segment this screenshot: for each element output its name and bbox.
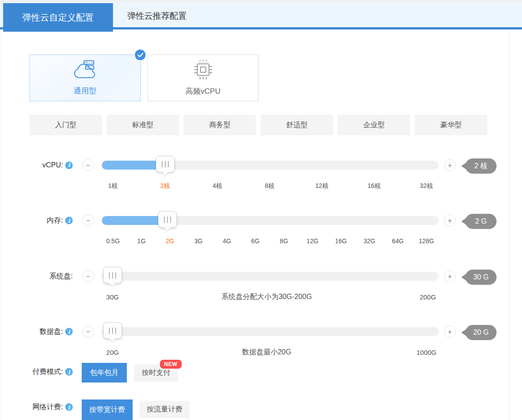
memory-slider-thumb[interactable] — [158, 211, 177, 228]
network-billing-label: 网络计费: i — [0, 403, 73, 412]
info-icon[interactable]: i — [65, 403, 73, 411]
slider-tick[interactable]: 64G — [392, 237, 404, 245]
vcpu-slider-track[interactable] — [102, 161, 438, 170]
slider-tick[interactable]: 8G — [280, 237, 288, 245]
info-icon[interactable]: i — [65, 162, 73, 169]
memory-label-text: 内存: — [47, 216, 63, 225]
payment-mode-label-text: 付费模式: — [33, 367, 63, 377]
vcpu-tick-labels: 1核2核4核8核12核16核32核 — [102, 182, 438, 191]
network-billing-label-text: 网络计费: — [33, 403, 63, 412]
slider-tick[interactable]: 32G — [363, 237, 375, 245]
sysdisk-label-text: 系统盘: — [50, 272, 73, 281]
slider-tick[interactable]: 4G — [223, 237, 231, 245]
memory-minus-button[interactable]: − — [82, 215, 94, 227]
slider-tick[interactable]: 3G — [194, 237, 203, 245]
memory-slider-track[interactable] — [102, 216, 438, 225]
datadisk-hint-text: 数据盘最小20G — [242, 348, 291, 357]
memory-plus-button[interactable]: + — [444, 215, 456, 227]
payment-mode-label: 付费模式: i — [0, 367, 73, 377]
vcpu-label-text: vCPU: — [42, 161, 63, 169]
vcpu-slider-thumb[interactable] — [156, 156, 175, 172]
tier-button-business[interactable]: 商务型 — [184, 115, 256, 135]
slider-tick[interactable]: 16核 — [367, 182, 381, 190]
sysdisk-slider-thumb[interactable] — [103, 267, 122, 283]
sysdisk-plus-button[interactable]: + — [444, 270, 456, 283]
vcpu-value-badge: 2 核 — [465, 158, 497, 174]
sysdisk-slider-track[interactable] — [102, 272, 438, 281]
memory-value-badge: 2 G — [465, 214, 497, 229]
sysdisk-max-label: 200G — [420, 293, 436, 301]
tier-button-enterprise[interactable]: 企业型 — [338, 115, 410, 135]
payment-option-prepaid[interactable]: 包年包月 — [82, 363, 127, 383]
slider-tick[interactable]: 12G — [306, 237, 318, 245]
datadisk-value-badge: 20 G — [465, 325, 497, 340]
network-option-bandwidth[interactable]: 按带宽计费 — [82, 399, 133, 420]
datadisk-plus-button[interactable]: + — [444, 326, 456, 338]
datadisk-min-label: 20G — [106, 349, 119, 356]
cloud-server-icon — [73, 60, 98, 82]
tier-button-entry[interactable]: 入门型 — [29, 115, 102, 135]
slider-tick[interactable]: 6G — [251, 237, 260, 245]
check-icon — [135, 50, 146, 60]
card-label: 通用型 — [74, 86, 96, 96]
slider-tick[interactable]: 1核 — [108, 182, 118, 190]
elastic-cloud-config-page: 弹性云自定义配置 弹性云推荐配置 通用型 — [0, 0, 522, 420]
slider-tick[interactable]: 8核 — [265, 182, 275, 190]
tier-button-standard[interactable]: 标准型 — [107, 115, 179, 135]
slider-tick[interactable]: 12核 — [315, 182, 329, 190]
tab-bar: 弹性云自定义配置 弹性云推荐配置 — [0, 2, 522, 29]
datadisk-minus-button[interactable]: − — [82, 326, 94, 338]
new-badge: NEW — [159, 359, 183, 370]
slider-tick[interactable]: 1G — [137, 237, 146, 245]
vcpu-minus-button[interactable]: − — [82, 159, 94, 171]
tab-recommended-config[interactable]: 弹性云推荐配置 — [127, 2, 187, 29]
sysdisk-min-label: 30G — [106, 293, 119, 301]
tab-custom-config[interactable]: 弹性云自定义配置 — [3, 3, 113, 32]
info-icon[interactable]: i — [65, 368, 73, 376]
card-high-freq-vcpu[interactable]: 高频vCPU — [147, 54, 259, 101]
payment-option-hourly[interactable]: 按时支付 NEW — [134, 364, 178, 382]
content-right-border — [509, 32, 509, 420]
slider-tick[interactable]: 0.5G — [106, 237, 120, 245]
slider-tick[interactable]: 32核 — [420, 182, 433, 190]
slider-tick[interactable]: 2核 — [160, 182, 170, 190]
datadisk-label: 数据盘: i — [0, 327, 73, 337]
slider-tick[interactable]: 16G — [335, 237, 347, 245]
memory-slider-fill — [102, 216, 167, 225]
sysdisk-value-badge: 30 G — [465, 270, 497, 285]
card-general-type[interactable]: 通用型 — [29, 54, 141, 101]
tier-button-comfort[interactable]: 舒适型 — [261, 115, 333, 135]
datadisk-slider-track[interactable] — [102, 327, 438, 336]
info-icon[interactable]: i — [65, 217, 73, 225]
memory-tick-labels: 0.5G1G2G3G4G6G8G12G16G32G64G128G — [102, 237, 438, 246]
datadisk-slider-thumb[interactable] — [103, 322, 122, 339]
datadisk-max-label: 1000G — [416, 349, 436, 356]
tier-button-luxury[interactable]: 豪华型 — [415, 115, 487, 135]
card-label: 高频vCPU — [185, 86, 220, 96]
slider-tick[interactable]: 128G — [419, 237, 434, 245]
info-icon[interactable]: i — [65, 328, 73, 336]
vcpu-label: vCPU: i — [0, 161, 73, 169]
sysdisk-minus-button[interactable]: − — [82, 270, 94, 283]
datadisk-label-text: 数据盘: — [40, 327, 63, 337]
cpu-chip-icon — [192, 59, 215, 83]
payment-option-hourly-label: 按时支付 — [142, 369, 171, 376]
sysdisk-hint-text: 系统盘分配大小为30G-200G — [221, 292, 312, 302]
content-left-border — [1, 32, 1, 420]
vcpu-plus-button[interactable]: + — [444, 159, 456, 171]
memory-label: 内存: i — [0, 216, 73, 225]
slider-tick[interactable]: 2G — [166, 237, 174, 245]
network-option-traffic[interactable]: 按流量计费 — [140, 401, 189, 418]
sysdisk-label: 系统盘: — [0, 272, 73, 281]
slider-tick[interactable]: 4核 — [213, 182, 222, 190]
tier-button-row: 入门型 标准型 商务型 舒适型 企业型 豪华型 — [29, 115, 487, 135]
